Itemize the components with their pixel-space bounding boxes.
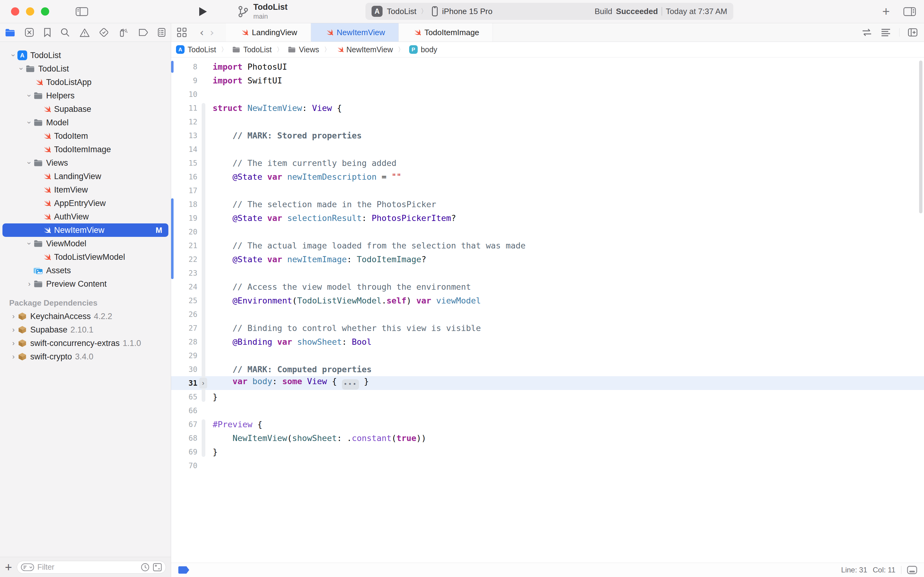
- line-list-icon[interactable]: [880, 28, 891, 37]
- swap-editors-icon[interactable]: [861, 28, 872, 37]
- line-number[interactable]: 18: [171, 200, 200, 209]
- code-line-23[interactable]: 23: [171, 266, 924, 280]
- disclosure-chevron-icon[interactable]: ›: [10, 352, 18, 361]
- line-number[interactable]: 19: [171, 214, 200, 222]
- tree-row-AppEntryView[interactable]: AppEntryView: [0, 197, 171, 210]
- line-number[interactable]: 20: [171, 228, 200, 236]
- scheme-name[interactable]: TodoList: [387, 7, 417, 16]
- code-line-16[interactable]: 16 @State var newItemDescription = "": [171, 170, 924, 184]
- fold-ribbon[interactable]: [201, 87, 206, 101]
- disclosure-chevron-icon[interactable]: ›: [10, 326, 18, 334]
- disclosure-chevron-icon[interactable]: ›: [25, 280, 33, 288]
- fold-ribbon[interactable]: [201, 349, 206, 363]
- fold-ribbon[interactable]: [201, 445, 206, 459]
- code-line-15[interactable]: 15 // The item currently being added: [171, 156, 924, 170]
- code-line-68[interactable]: 68 NewItemView(showSheet: .constant(true…: [171, 431, 924, 445]
- code-line-30[interactable]: 30 // MARK: Computed properties: [171, 363, 924, 376]
- jump-bar-item[interactable]: Views: [288, 45, 319, 54]
- navigator-tests[interactable]: [99, 27, 109, 37]
- run-button[interactable]: [198, 6, 208, 17]
- line-number[interactable]: 68: [171, 434, 200, 443]
- tree-row-LandingView[interactable]: LandingView: [0, 169, 171, 183]
- fold-ribbon[interactable]: [201, 184, 206, 197]
- fold-ribbon[interactable]: [201, 390, 206, 404]
- editor-settings-icon[interactable]: [907, 566, 917, 574]
- fold-ribbon[interactable]: [201, 129, 206, 142]
- code-line-31[interactable]: 31 › var body: some View { ••• }: [171, 376, 924, 390]
- line-number[interactable]: 21: [171, 242, 200, 250]
- fold-chevron-icon[interactable]: ›: [199, 378, 207, 388]
- line-number[interactable]: 27: [171, 324, 200, 332]
- line-number[interactable]: 66: [171, 406, 200, 415]
- package-row-swift-concurrency-extras[interactable]: › swift-concurrency-extras 1.1.0: [0, 337, 171, 350]
- code-line-8[interactable]: 8 import PhotosUI: [171, 60, 924, 74]
- source-control-filter-icon[interactable]: [153, 563, 162, 572]
- code-line-14[interactable]: 14: [171, 142, 924, 156]
- line-number[interactable]: 11: [171, 104, 200, 113]
- line-number[interactable]: 8: [171, 63, 200, 71]
- fold-ribbon[interactable]: [201, 156, 206, 170]
- line-number[interactable]: 9: [171, 76, 200, 85]
- tree-row-TodoItemImage[interactable]: TodoItemImage: [0, 143, 171, 156]
- line-number[interactable]: 28: [171, 338, 200, 346]
- navigator-find[interactable]: [60, 27, 70, 37]
- tree-row-TodoItem[interactable]: TodoItem: [0, 129, 171, 143]
- tab-overview-icon[interactable]: [177, 27, 187, 38]
- jump-bar-item[interactable]: ATodoList: [176, 45, 216, 54]
- package-row-swift-crypto[interactable]: › swift-crypto 3.4.0: [0, 350, 171, 363]
- navigator-debug[interactable]: [118, 27, 128, 37]
- line-number[interactable]: 13: [171, 131, 200, 140]
- back-button[interactable]: ‹: [200, 26, 204, 39]
- line-number[interactable]: 26: [171, 310, 200, 319]
- code-line-29[interactable]: 29: [171, 349, 924, 363]
- code-line-25[interactable]: 25 @Environment(TodoListViewModel.self) …: [171, 294, 924, 308]
- code-line-10[interactable]: 10: [171, 87, 924, 101]
- activity-view[interactable]: A TodoList 〉 iPhone 15 Pro Build Succeed…: [365, 3, 733, 20]
- disclosure-chevron-icon[interactable]: ›: [25, 240, 34, 248]
- fold-ribbon[interactable]: [201, 308, 206, 321]
- code-line-24[interactable]: 24 // Access the view model through the …: [171, 280, 924, 294]
- fold-ribbon[interactable]: [201, 431, 206, 445]
- fold-ribbon[interactable]: [201, 101, 206, 115]
- navigator-reports[interactable]: [157, 27, 166, 37]
- minimize-button[interactable]: [26, 7, 34, 16]
- line-number[interactable]: 65: [171, 393, 200, 401]
- line-number[interactable]: 10: [171, 90, 200, 99]
- code-line-12[interactable]: 12: [171, 115, 924, 129]
- code-line-28[interactable]: 28 @Binding var showSheet: Bool: [171, 335, 924, 349]
- code-line-65[interactable]: 65 }: [171, 390, 924, 404]
- jump-bar-item[interactable]: NewItemView: [335, 45, 393, 54]
- tree-row-Assets[interactable]: Assets: [0, 264, 171, 277]
- navigator-source-control[interactable]: [24, 27, 34, 37]
- editor-scrollbar[interactable]: [919, 61, 922, 213]
- tree-row-Preview-Content[interactable]: ›Preview Content: [0, 277, 171, 291]
- filter-field[interactable]: Filter: [17, 561, 166, 574]
- navigator-issues[interactable]: [79, 28, 90, 37]
- code-line-9[interactable]: 9 import SwiftUI: [171, 74, 924, 87]
- tree-row-TodoListApp[interactable]: TodoListApp: [0, 76, 171, 89]
- line-number[interactable]: 22: [171, 255, 200, 264]
- fold-ribbon[interactable]: [201, 170, 206, 184]
- code-line-27[interactable]: 27 // Binding to control whether this vi…: [171, 321, 924, 335]
- code-line-21[interactable]: 21 // The actual image loaded from the s…: [171, 239, 924, 253]
- line-number[interactable]: 29: [171, 351, 200, 360]
- tree-row-Views[interactable]: ›Views: [0, 156, 171, 169]
- code-line-70[interactable]: 70: [171, 459, 924, 472]
- fold-ribbon[interactable]: [201, 211, 206, 225]
- code-line-22[interactable]: 22 @State var newItemImage: TodoItemImag…: [171, 253, 924, 266]
- tree-row-Model[interactable]: ›Model: [0, 116, 171, 129]
- fold-ribbon[interactable]: [201, 363, 206, 376]
- close-button[interactable]: [11, 7, 19, 16]
- tree-row-NewItemView[interactable]: NewItemView M: [2, 223, 168, 237]
- line-number[interactable]: 23: [171, 269, 200, 277]
- tree-row-Supabase[interactable]: Supabase: [0, 102, 171, 116]
- tree-row-AuthView[interactable]: AuthView: [0, 210, 171, 223]
- fold-ribbon[interactable]: [201, 459, 206, 472]
- tree-row-TodoListViewModel[interactable]: TodoListViewModel: [0, 250, 171, 264]
- package-row-KeychainAccess[interactable]: › KeychainAccess 4.2.2: [0, 309, 171, 323]
- jump-bar-item[interactable]: Pbody: [409, 45, 437, 54]
- code-line-67[interactable]: 67 #Preview {: [171, 417, 924, 431]
- code-line-11[interactable]: 11 struct NewItemView: View {: [171, 101, 924, 115]
- line-number[interactable]: 67: [171, 420, 200, 429]
- disclosure-chevron-icon[interactable]: ›: [25, 119, 34, 127]
